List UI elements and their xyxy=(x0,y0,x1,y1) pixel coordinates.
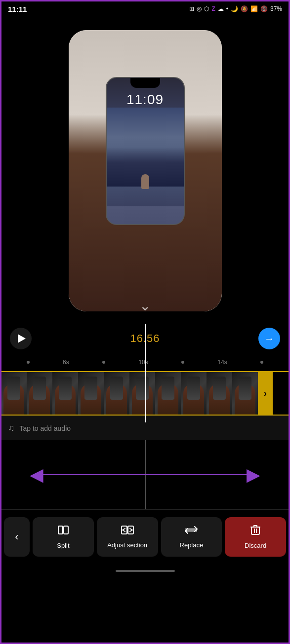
film-frame-8 xyxy=(181,372,207,415)
replace-button[interactable]: Replace xyxy=(161,517,222,557)
svg-rect-0 xyxy=(58,526,63,534)
video-preview: 11:09 ⌄ xyxy=(0,18,290,324)
ruler-dot-4 xyxy=(260,361,263,364)
discard-icon xyxy=(250,524,261,539)
phone-mockup: 11:09 xyxy=(69,30,222,311)
film-frame-6 xyxy=(129,372,155,415)
split-label: Split xyxy=(57,542,69,549)
film-frame-5 xyxy=(104,372,129,415)
signal-icon: 📵 xyxy=(260,5,268,12)
cloud-icon: ☁ xyxy=(218,5,224,12)
ruler-dot-1 xyxy=(27,361,30,364)
arrow-left-icon: ◀ xyxy=(30,464,43,485)
statue-shape xyxy=(141,174,149,189)
horizontal-guide-line xyxy=(40,474,250,475)
arrow-right-icon: ▶ xyxy=(247,464,260,485)
play-icon xyxy=(18,334,26,343)
location-icon: ⬡ xyxy=(204,5,209,12)
filmstrip-wrapper[interactable]: › xyxy=(0,371,290,416)
replace-icon xyxy=(185,525,198,538)
ruler-dot-2 xyxy=(102,361,105,364)
status-time: 11:11 xyxy=(8,5,27,13)
audio-label: Tap to add audio xyxy=(20,424,71,432)
back-button[interactable]: ‹ xyxy=(4,517,30,557)
inner-phone: 11:09 xyxy=(106,77,185,225)
film-frame-2 xyxy=(27,372,52,415)
phone-notch xyxy=(130,78,160,88)
timeline-ruler: 6s 10s 14s xyxy=(0,353,290,371)
inner-phone-screen xyxy=(107,108,184,206)
ruler-label-10s: 10s xyxy=(138,359,148,366)
instagram-icon: ◎ xyxy=(197,5,202,12)
filmstrip[interactable]: › xyxy=(0,371,290,416)
wifi-icon: 📶 xyxy=(250,5,258,12)
next-icon: → xyxy=(264,333,274,344)
replace-label: Replace xyxy=(180,541,204,549)
back-icon: ‹ xyxy=(15,530,18,543)
status-bar: 11:11 ⊞ ◎ ⬡ Z ☁ • 🌙 🔕 📶 📵 37% xyxy=(0,0,290,18)
ruler-label-14s: 14s xyxy=(218,359,227,366)
ruler-label-6s: 6s xyxy=(63,359,69,366)
dot-icon: • xyxy=(226,5,228,12)
bell-icon: 🔕 xyxy=(241,5,248,12)
film-frame-7 xyxy=(155,372,181,415)
controls-row: 16.56 → xyxy=(0,324,290,353)
split-button[interactable]: Split xyxy=(33,517,94,557)
adjust-section-button[interactable]: Adjust section xyxy=(97,517,158,557)
z-app-icon: Z xyxy=(211,5,215,12)
split-icon xyxy=(57,524,69,539)
film-frame-10 xyxy=(232,372,258,415)
arrows-area: ◀ ▶ xyxy=(0,440,290,509)
bottom-toolbar: ‹ Split Adjust section xyxy=(0,509,290,564)
chevron-down-icon[interactable]: ⌄ xyxy=(139,298,151,314)
audio-track[interactable]: ♫ Tap to add audio xyxy=(0,416,290,440)
home-indicator xyxy=(0,564,290,578)
film-frame-3 xyxy=(52,372,78,415)
battery-text: 37% xyxy=(270,5,282,12)
play-button[interactable] xyxy=(10,328,32,349)
inner-phone-time: 11:09 xyxy=(107,92,184,108)
grid-icon: ⊞ xyxy=(189,5,194,12)
home-bar xyxy=(116,570,175,572)
ruler-dot-3 xyxy=(181,361,184,364)
filmstrip-more-indicator[interactable]: › xyxy=(258,371,273,416)
discard-button[interactable]: Discard xyxy=(225,517,286,557)
svg-rect-1 xyxy=(64,526,68,534)
discard-label: Discard xyxy=(245,542,266,549)
film-frame-1 xyxy=(1,372,27,415)
phone-content: 11:09 xyxy=(69,30,222,311)
next-button[interactable]: → xyxy=(258,328,280,349)
svg-rect-4 xyxy=(251,527,259,534)
moon-icon: 🌙 xyxy=(231,5,238,12)
status-icons: ⊞ ◎ ⬡ Z ☁ • 🌙 🔕 📶 📵 37% xyxy=(189,5,282,12)
film-frame-9 xyxy=(207,372,232,415)
music-note-icon: ♫ xyxy=(8,423,15,433)
film-frame-4 xyxy=(78,372,104,415)
adjust-section-icon xyxy=(121,525,134,538)
adjust-section-label: Adjust section xyxy=(107,541,147,549)
timecode-display: 16.56 xyxy=(130,332,160,345)
